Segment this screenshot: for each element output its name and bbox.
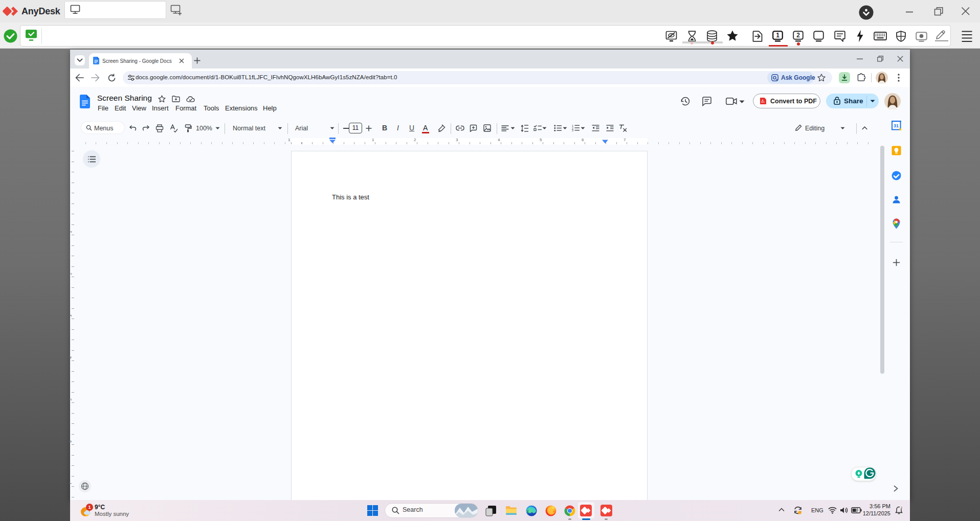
svg-text:2: 2: [901, 506, 902, 509]
svg-text:1: 1: [776, 32, 779, 39]
svg-text:3: 3: [572, 129, 573, 131]
svg-text:2: 2: [796, 32, 800, 39]
svg-text:1: 1: [88, 505, 91, 510]
svg-text:31: 31: [894, 123, 899, 128]
